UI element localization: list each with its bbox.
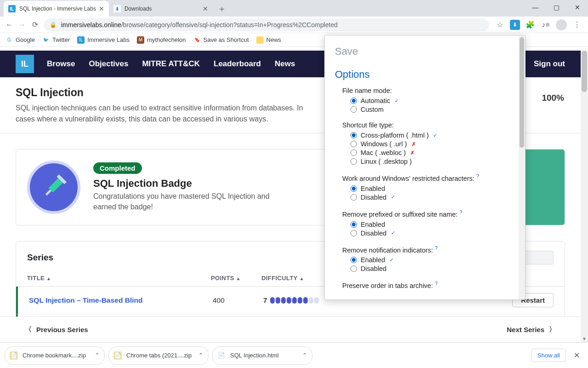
window-maximize-button[interactable]: ▢ xyxy=(546,0,567,15)
badge-image xyxy=(27,161,80,214)
page-scrollbar[interactable]: ▲ ▼ xyxy=(581,51,588,342)
radio-input[interactable] xyxy=(351,132,357,138)
help-icon[interactable]: ? xyxy=(435,281,437,286)
new-tab-button[interactable]: ＋ xyxy=(215,2,228,15)
radio-input[interactable] xyxy=(351,194,357,201)
bookmark-item[interactable]: 🐦Twitter xyxy=(42,36,70,44)
radio-option[interactable]: Enabled✓ xyxy=(351,256,509,264)
profile-avatar[interactable] xyxy=(556,19,567,30)
bookmark-favicon: G xyxy=(6,36,13,44)
option-group: Preserve order in tabs archive:? xyxy=(342,281,509,289)
bookmark-label: Twitter xyxy=(52,36,70,43)
radio-input[interactable] xyxy=(351,98,357,104)
radio-option[interactable]: Automatic✓ xyxy=(351,97,509,104)
download-item[interactable]: 📄Chrome tabs (2021....zip⌃ xyxy=(108,346,209,365)
chevron-up-icon[interactable]: ⌃ xyxy=(302,352,307,359)
nav-objectives[interactable]: Objectives xyxy=(89,59,128,69)
radio-input[interactable] xyxy=(351,158,357,165)
radio-option[interactable]: Windows ( .url )✗ xyxy=(351,140,509,148)
series-heading: Series xyxy=(27,253,53,263)
radio-option[interactable]: Cross-platform ( .html )✓ xyxy=(351,132,509,139)
radio-input[interactable] xyxy=(351,106,357,113)
tab-title: Downloads xyxy=(124,6,200,12)
chevron-up-icon[interactable]: ⌃ xyxy=(95,352,100,359)
browser-tab-1[interactable]: ⬇ Downloads ✕ xyxy=(109,1,213,17)
check-icon: ✓ xyxy=(390,257,394,263)
radio-option[interactable]: Mac ( .webloc )✗ xyxy=(351,149,509,156)
svg-rect-1 xyxy=(45,190,51,196)
radio-input[interactable] xyxy=(351,150,357,156)
radio-input[interactable] xyxy=(351,230,357,236)
lock-icon: 🔒 xyxy=(50,22,57,28)
bookmark-favicon: 🐦 xyxy=(42,36,50,44)
col-difficulty[interactable]: DIFFICULTY▲ xyxy=(261,275,326,282)
prev-series-link[interactable]: Previous Series xyxy=(36,326,88,334)
media-control-icon[interactable]: ♪≡ xyxy=(540,19,551,30)
window-minimize-button[interactable]: — xyxy=(525,0,546,15)
chevron-up-icon[interactable]: ⌃ xyxy=(198,352,204,359)
radio-option[interactable]: Custom xyxy=(351,106,509,113)
option-group-label: Work around Windows' restricted characte… xyxy=(342,173,509,182)
scroll-down-arrow[interactable]: ▼ xyxy=(581,335,588,342)
radio-input[interactable] xyxy=(351,257,357,263)
chrome-menu-icon[interactable]: ⋮ xyxy=(571,19,582,30)
radio-option[interactable]: Disabled xyxy=(351,265,509,272)
nav-mitre[interactable]: MITRE ATT&CK xyxy=(142,59,200,69)
extension-save-shortcut-icon[interactable]: ⬇ xyxy=(510,20,520,30)
browser-tab-0[interactable]: IL SQL Injection - Immersive Labs ✕ xyxy=(4,1,109,17)
check-icon: ✓ xyxy=(391,230,395,236)
bookmark-item[interactable]: GGoogle xyxy=(6,36,35,44)
url-host: immersivelabs.online xyxy=(61,21,121,29)
tab-close-icon[interactable]: ✕ xyxy=(99,5,104,12)
sort-asc-icon: ▲ xyxy=(236,276,241,281)
back-button[interactable]: ← xyxy=(3,18,16,31)
address-bar[interactable]: 🔒 immersivelabs.online/browse/category/o… xyxy=(44,18,489,31)
reload-button[interactable]: ⟳ xyxy=(28,18,41,31)
radio-input[interactable] xyxy=(351,185,357,192)
col-points[interactable]: POINTS▲ xyxy=(211,275,261,282)
bookmark-item[interactable]: ILImmersive Labs xyxy=(77,36,130,44)
download-item[interactable]: 📄SQL Injection.html⌃ xyxy=(212,346,312,365)
radio-option[interactable]: Disabled✓ xyxy=(351,230,509,237)
radio-label: Disabled xyxy=(361,230,386,237)
help-icon[interactable]: ? xyxy=(435,245,437,251)
radio-input[interactable] xyxy=(351,265,357,272)
radio-input[interactable] xyxy=(351,221,357,228)
scroll-thumb[interactable] xyxy=(582,51,587,92)
tab-favicon: IL xyxy=(8,5,16,12)
difficulty-meter: 7 xyxy=(263,296,328,305)
radio-label: Automatic xyxy=(361,97,390,104)
window-close-button[interactable]: ✕ xyxy=(567,0,588,15)
download-item[interactable]: 📄Chrome bookmark....zip⌃ xyxy=(5,346,105,365)
radio-option[interactable]: Disabled✓ xyxy=(351,194,509,201)
bookmark-star-icon[interactable]: ☆ xyxy=(494,19,505,30)
lab-link[interactable]: SQL Injection – Time-Based Blind xyxy=(29,296,142,304)
tab-close-icon[interactable]: ✕ xyxy=(203,5,208,12)
ext-scrollbar[interactable] xyxy=(519,35,525,299)
radio-input[interactable] xyxy=(351,141,357,147)
forward-button[interactable]: → xyxy=(16,18,28,31)
nav-sign-out[interactable]: Sign out xyxy=(534,59,565,69)
col-title[interactable]: TITLE▲ xyxy=(27,275,211,282)
check-icon: ✓ xyxy=(433,132,437,138)
close-shelf-button[interactable]: ✕ xyxy=(570,351,583,360)
help-icon[interactable]: ? xyxy=(459,209,462,215)
radio-option[interactable]: Enabled xyxy=(351,185,509,192)
bookmark-item[interactable]: News xyxy=(256,36,282,44)
nav-news[interactable]: News xyxy=(275,59,295,69)
nav-browse[interactable]: Browse xyxy=(47,59,75,69)
radio-label: Custom xyxy=(361,106,384,113)
radio-option[interactable]: Linux ( .desktop ) xyxy=(351,158,509,165)
bookmark-item[interactable]: Mmythofechelon xyxy=(137,36,186,44)
series-search-input[interactable] xyxy=(521,251,554,264)
extensions-icon[interactable]: 🧩 xyxy=(525,19,536,30)
site-logo[interactable]: IL xyxy=(16,55,34,73)
show-all-downloads-button[interactable]: Show all xyxy=(531,349,566,362)
help-icon[interactable]: ? xyxy=(476,173,479,179)
tab-title: SQL Injection - Immersive Labs xyxy=(19,6,96,12)
nav-leaderboard[interactable]: Leaderboard xyxy=(214,59,261,69)
next-series-link[interactable]: Next Series xyxy=(507,326,544,334)
ext-scroll-thumb[interactable] xyxy=(520,37,524,148)
radio-option[interactable]: Enabled xyxy=(351,221,509,228)
bookmark-item[interactable]: 🔖Save as Shortcut xyxy=(193,36,249,44)
